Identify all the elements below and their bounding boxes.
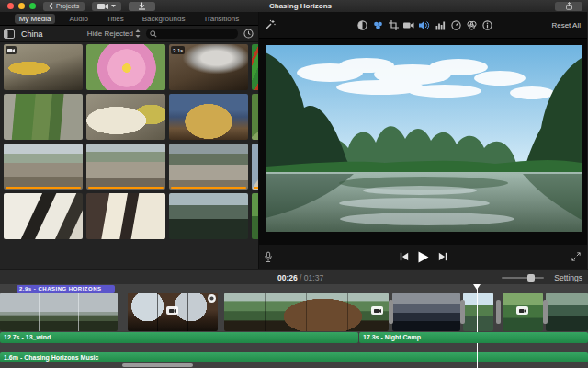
crop-icon[interactable] [388, 19, 399, 30]
sidebar-toggle-icon[interactable] [4, 29, 15, 39]
transition-circle-badge [208, 294, 216, 303]
thumb-lotus-flower[interactable] [86, 44, 165, 90]
thumb-cucumbers-market[interactable] [4, 94, 83, 140]
clip-dusk-lake[interactable] [392, 293, 460, 331]
thumb-outdoor-table-people[interactable] [252, 144, 258, 190]
clip-info-icon[interactable] [481, 19, 492, 30]
noise-reduction-icon[interactable] [435, 19, 446, 30]
clip-green-pond[interactable] [503, 293, 543, 331]
recent-clips-clock-icon[interactable] [243, 29, 254, 39]
zoom-window-button[interactable] [29, 3, 36, 9]
popup-chevrons-icon [135, 29, 141, 38]
audio-13-wind[interactable]: 12.7s - 13_wind [0, 332, 358, 343]
favorite-marker [171, 187, 246, 189]
thumb-calligraphy-fu-character[interactable] [86, 193, 165, 239]
zoom-slider-thumb[interactable] [527, 274, 535, 282]
search-field[interactable] [146, 29, 238, 39]
projects-button-label: Projects [56, 3, 79, 9]
thumb-alley-person[interactable] [169, 144, 248, 190]
clip-camera-badge-icon [516, 306, 528, 315]
media-source-label[interactable]: China [21, 29, 43, 39]
main-area: My Media Audio Titles Backgrounds Transi… [0, 12, 588, 269]
adjust-toolbar: Reset All [259, 12, 587, 39]
favorite-marker [88, 187, 164, 189]
thumb-cooking-pot-smoke[interactable]: 3.1s [169, 44, 248, 90]
thumb-street-motorcyclists[interactable] [4, 144, 83, 190]
import-camera-button[interactable] [92, 2, 121, 11]
speed-icon[interactable] [450, 19, 461, 30]
project-title: Chasing Horizons [269, 2, 332, 10]
playhead-line[interactable] [477, 288, 478, 368]
minimize-window-button[interactable] [18, 3, 25, 9]
favorite-marker [254, 187, 258, 189]
title-clip[interactable]: 2.9s - CHASING HORIZONS [17, 285, 115, 293]
clip-lake-kayaker[interactable] [546, 293, 588, 331]
timeline-horizontal-scrollbar[interactable] [122, 363, 193, 367]
camera-icon [97, 3, 108, 10]
projects-back-button[interactable]: Projects [43, 2, 85, 11]
playhead-handle[interactable] [473, 284, 481, 290]
adjust-icons-group [356, 19, 492, 30]
tab-titles[interactable]: Titles [102, 14, 129, 24]
search-icon [150, 30, 157, 38]
browser-tab-bar: My Media Audio Titles Backgrounds Transi… [0, 12, 258, 26]
tab-audio[interactable]: Audio [64, 14, 92, 24]
thumb-calligraphy-brush[interactable] [4, 193, 83, 239]
timeline: 2.9s - CHASING HORIZONS 1.6m - Chasing H… [0, 284, 588, 368]
thumb-dumplings-tray[interactable] [86, 94, 165, 140]
thumb-greens-and-plate[interactable] [252, 94, 258, 140]
time-current: 00:26 [277, 273, 298, 282]
effects-icon[interactable] [466, 19, 477, 30]
reset-all-button[interactable]: Reset All [551, 21, 581, 29]
tab-transitions[interactable]: Transitions [198, 14, 243, 24]
thumb-longan-fruit-hands[interactable] [169, 94, 248, 140]
search-input[interactable] [159, 29, 232, 38]
thumb-chili-peppers[interactable] [252, 44, 258, 90]
share-button[interactable] [555, 2, 582, 11]
import-media-button[interactable] [129, 2, 155, 11]
thumb-dark-trees-sky[interactable] [169, 193, 248, 239]
clip-restaurant-interior[interactable] [128, 293, 218, 331]
fullscreen-icon[interactable] [571, 252, 581, 261]
background-music-clip[interactable]: 1.6m - Chasing Horizons Music [0, 352, 588, 362]
tab-my-media[interactable]: My Media [15, 14, 56, 24]
thumb-rice-terrace-partial[interactable] [252, 193, 258, 239]
share-icon [565, 2, 573, 10]
stabilization-camera-icon[interactable] [403, 19, 414, 30]
time-separator: / [298, 273, 304, 282]
clip-karst-reflection[interactable] [463, 293, 493, 331]
tab-backgrounds[interactable]: Backgrounds [138, 14, 190, 24]
viewer-stage [259, 39, 587, 245]
audio-night-camp[interactable]: 17.3s - Night Camp [359, 332, 588, 343]
clip-mountain-village-pano[interactable] [0, 293, 118, 331]
favorite-marker [6, 187, 81, 189]
transition-handle[interactable] [460, 300, 465, 324]
volume-icon[interactable] [419, 19, 430, 30]
chevron-down-icon [111, 5, 116, 7]
skip-forward-button[interactable] [438, 252, 447, 261]
transition-handle[interactable] [389, 300, 393, 324]
clip-camera-badge-icon [371, 306, 383, 315]
thumb-motorbike-license-plate[interactable] [4, 44, 83, 90]
timeline-settings-button[interactable]: Settings [554, 273, 582, 282]
playhead-time-display: 00:26 / 01:37 [277, 273, 323, 282]
traffic-lights [7, 3, 36, 9]
color-correction-icon[interactable] [372, 19, 383, 30]
transition-handle[interactable] [496, 300, 501, 324]
transition-handle[interactable] [543, 300, 548, 324]
media-thumbnail-grid: 3.1s [0, 42, 258, 269]
close-window-button[interactable] [7, 3, 14, 9]
play-button[interactable] [418, 251, 429, 263]
color-balance-icon[interactable] [356, 19, 368, 30]
time-total: 01:37 [304, 273, 323, 282]
voiceover-mic-icon[interactable] [264, 251, 273, 263]
hide-rejected-filter[interactable]: Hide Rejected [87, 29, 141, 38]
timeline-zoom-slider[interactable] [502, 277, 544, 279]
enhance-wand-icon[interactable] [265, 19, 276, 30]
clip-camera-badge-icon [166, 306, 178, 315]
thumb-street-walkers[interactable] [86, 144, 165, 190]
clip-village-hut[interactable] [224, 293, 389, 331]
download-arrow-icon [138, 2, 146, 10]
hide-rejected-label: Hide Rejected [87, 29, 133, 38]
skip-back-button[interactable] [400, 252, 409, 261]
